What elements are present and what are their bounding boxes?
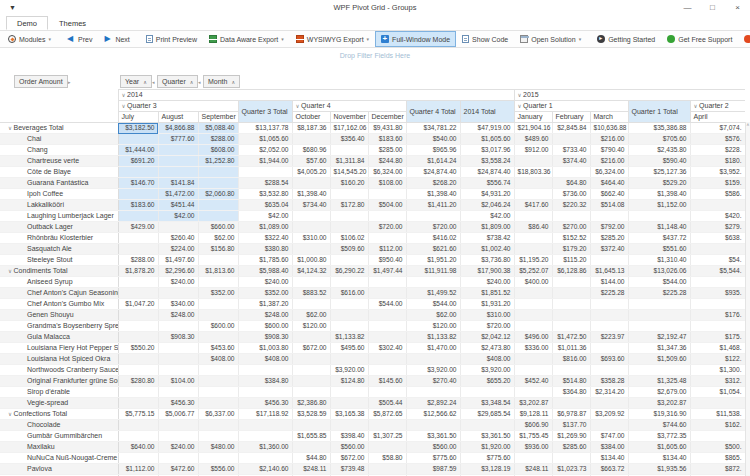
pivot-cell[interactable]: $270.40 (406, 376, 460, 387)
pivot-cell[interactable]: $693.60 (590, 354, 628, 365)
pivot-cell[interactable]: $950.40 (368, 255, 406, 266)
pivot-cell[interactable] (368, 365, 406, 376)
pivot-cell[interactable]: $220.32 (552, 200, 590, 211)
month-column-header[interactable]: April (690, 112, 745, 123)
pivot-cell[interactable]: $912.00 (514, 145, 552, 156)
pivot-cell[interactable]: $3,202.87 (628, 398, 690, 409)
pivot-cell[interactable] (158, 167, 198, 178)
pivot-cell[interactable]: $1,112.00 (118, 464, 158, 475)
pivot-cell[interactable]: $1,605.60 (628, 442, 690, 453)
pivot-cell[interactable] (330, 211, 368, 222)
pivot-cell[interactable] (198, 200, 238, 211)
pivot-cell[interactable]: $883.52 (292, 288, 330, 299)
pivot-cell[interactable]: $62.00 (198, 233, 238, 244)
pivot-cell[interactable]: $384.80 (238, 376, 292, 387)
pivot-cell[interactable]: $660.00 (198, 222, 238, 233)
pivot-cell[interactable]: $865. (690, 453, 745, 464)
product-row-label[interactable]: Chef Anton's Cajun Seasoning (0, 288, 118, 299)
pivot-cell[interactable]: $112.00 (368, 244, 406, 255)
pivot-cell[interactable]: $372.40 (590, 244, 628, 255)
pivot-cell[interactable]: $216.00 (590, 134, 628, 145)
product-row-label[interactable]: Genen Shouyu (0, 310, 118, 321)
pivot-cell[interactable]: $472.60 (158, 464, 198, 475)
pivot-cell[interactable] (590, 310, 628, 321)
pivot-cell[interactable]: $10,636.88 (590, 123, 628, 134)
pivot-cell[interactable] (368, 310, 406, 321)
pivot-cell[interactable] (158, 288, 198, 299)
pivot-cell[interactable]: $600.00 (238, 321, 292, 332)
pivot-cell[interactable] (198, 387, 238, 398)
pivot-cell[interactable]: $1,195.20 (514, 255, 552, 266)
pivot-cell[interactable]: $5,775.15 (118, 409, 158, 420)
pivot-cell[interactable]: $987.59 (406, 464, 460, 475)
pivot-cell[interactable] (198, 178, 238, 189)
pivot-cell[interactable]: $417.60 (514, 200, 552, 211)
pivot-cell[interactable] (330, 354, 368, 365)
pivot-cell[interactable]: $1,347.36 (628, 343, 690, 354)
pivot-cell[interactable]: $3,017.96 (460, 145, 514, 156)
total-column-header[interactable]: 2014 Total (460, 101, 514, 123)
pivot-cell[interactable]: $1,509.60 (628, 354, 690, 365)
pivot-cell[interactable] (118, 332, 158, 343)
pivot-cell[interactable]: $3,361.50 (460, 431, 514, 442)
quarter-group-header[interactable]: ∨ Quarter 2 (690, 101, 745, 112)
category-total-row-label[interactable]: ∨ Condiments Total (0, 266, 118, 277)
pivot-cell[interactable] (158, 387, 198, 398)
pivot-cell[interactable]: $2,386.80 (292, 398, 330, 409)
pivot-cell[interactable] (292, 299, 330, 310)
pivot-cell[interactable]: $225.28 (628, 288, 690, 299)
wysiwyg-export-button[interactable]: WYSIWYG Export▾ (290, 31, 375, 47)
pivot-cell[interactable]: $3,772.35 (628, 431, 690, 442)
pivot-cell[interactable]: $400.00 (514, 277, 552, 288)
pivot-cell[interactable] (158, 365, 198, 376)
pivot-cell[interactable]: $248.11 (514, 464, 552, 475)
pivot-cell[interactable]: $302.40 (368, 343, 406, 354)
year-group-header[interactable]: ∨ 2015 (514, 90, 745, 101)
pivot-cell[interactable]: $160.20 (330, 178, 368, 189)
pivot-cell[interactable]: $137.70 (552, 420, 590, 431)
pivot-cell[interactable]: $1,148.40 (628, 222, 690, 233)
pivot-cell[interactable] (118, 431, 158, 442)
pivot-cell[interactable] (690, 321, 745, 332)
pivot-cell[interactable]: $608.00 (198, 145, 238, 156)
quarter-group-header[interactable]: ∨ Quarter 1 (514, 101, 628, 112)
pivot-cell[interactable]: $3,202.87 (514, 398, 552, 409)
pivot-cell[interactable]: $504.00 (368, 200, 406, 211)
pivot-cell[interactable]: $3,952. (690, 167, 745, 178)
pivot-cell[interactable] (368, 288, 406, 299)
pivot-cell[interactable]: $156.80 (198, 244, 238, 255)
pivot-cell[interactable] (628, 365, 690, 376)
pivot-cell[interactable]: $17,900.38 (460, 266, 514, 277)
pivot-cell[interactable]: $288.54 (238, 178, 292, 189)
pivot-cell[interactable]: $2,042.12 (460, 332, 514, 343)
pivot-cell[interactable] (552, 288, 590, 299)
pivot-cell[interactable]: $4,005.20 (292, 167, 330, 178)
print-preview-button[interactable]: Print Preview (140, 31, 203, 47)
pivot-cell[interactable]: $29,685.54 (460, 409, 514, 420)
pivot-cell[interactable]: $183.60 (118, 200, 158, 211)
pivot-cell[interactable]: $3,528.59 (292, 409, 330, 420)
pivot-cell[interactable]: $514.08 (590, 200, 628, 211)
pivot-cell[interactable]: $288.00 (198, 134, 238, 145)
pivot-cell[interactable] (552, 277, 590, 288)
quarter-group-header[interactable]: ∨ Quarter 3 (118, 101, 238, 112)
pivot-cell[interactable] (590, 420, 628, 431)
pivot-cell[interactable]: $2,892.24 (406, 398, 460, 409)
product-row-label[interactable]: Ipoh Coffee (0, 189, 118, 200)
pivot-cell[interactable]: $1,931.20 (460, 299, 514, 310)
pivot-cell[interactable]: $556.74 (460, 178, 514, 189)
pivot-cell[interactable]: $616.00 (330, 288, 368, 299)
pivot-cell[interactable] (118, 211, 158, 222)
pivot-cell[interactable]: $115.20 (552, 255, 590, 266)
pivot-cell[interactable] (238, 453, 292, 464)
pivot-cell[interactable]: $384.00 (590, 442, 628, 453)
pivot-cell[interactable]: $310.00 (292, 233, 330, 244)
pivot-cell[interactable]: $464.40 (590, 178, 628, 189)
pivot-cell[interactable]: $1,252.80 (198, 156, 238, 167)
collapse-icon[interactable]: ∨ (296, 103, 302, 109)
pivot-cell[interactable]: $790.40 (590, 145, 628, 156)
pivot-cell[interactable] (552, 310, 590, 321)
pivot-cell[interactable] (118, 167, 158, 178)
pivot-cell[interactable] (330, 299, 368, 310)
pivot-cell[interactable]: $12,566.62 (406, 409, 460, 420)
